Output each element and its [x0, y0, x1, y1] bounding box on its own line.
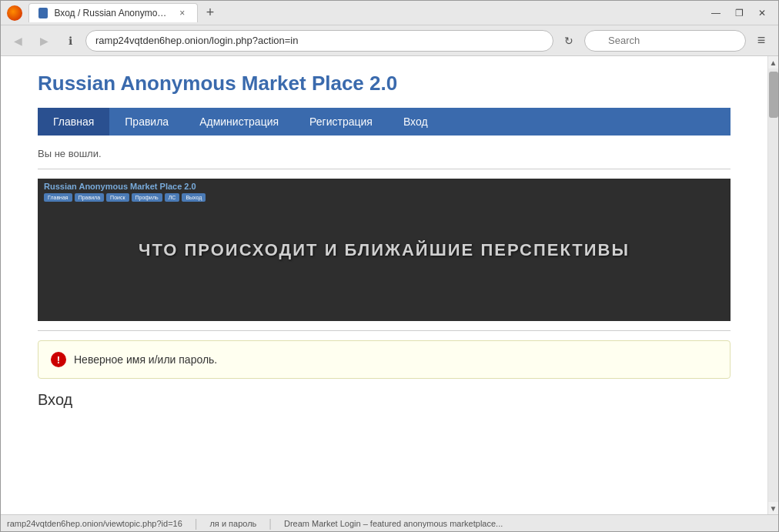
back-button[interactable]: ◀ — [7, 30, 28, 52]
navigation-bar: ◀ ▶ ℹ ↻ 🔍 ≡ — [1, 25, 778, 56]
page-inner: Russian Anonymous Market Place 2.0 Главн… — [15, 56, 754, 430]
page-content: Russian Anonymous Market Place 2.0 Главн… — [1, 56, 767, 514]
announcement-overlay: ЧТО ПРОИСХОДИТ И БЛИЖАЙШИЕ ПЕРСПЕКТИВЫ — [38, 179, 731, 321]
scroll-thumb[interactable] — [769, 72, 778, 118]
logged-out-message: Вы не вошли. — [38, 148, 731, 159]
search-container: 🔍 — [584, 30, 746, 52]
refresh-button[interactable]: ↻ — [558, 30, 580, 52]
nav-menu-item-login[interactable]: Вход — [388, 108, 443, 136]
announcement-banner: Russian Anonymous Market Place 2.0 Главн… — [38, 179, 731, 321]
new-tab-button[interactable]: + — [199, 2, 221, 24]
tab-close-button[interactable]: × — [177, 7, 188, 19]
error-message: Неверное имя и/или пароль. — [74, 353, 217, 366]
browser-icon — [7, 5, 22, 21]
info-button[interactable]: ℹ — [59, 30, 81, 52]
divider-2 — [38, 330, 731, 331]
forward-button[interactable]: ▶ — [33, 30, 55, 52]
status-separator: | — [195, 517, 198, 530]
scroll-track[interactable] — [768, 69, 778, 502]
minimize-button[interactable]: — — [706, 3, 726, 23]
error-icon: ! — [51, 352, 66, 367]
search-input[interactable] — [584, 30, 746, 52]
window-controls: — ❐ ✕ — [706, 3, 772, 23]
error-box: ! Неверное имя и/или пароль. — [38, 340, 731, 379]
announcement-heading: ЧТО ПРОИСХОДИТ И БЛИЖАЙШИЕ ПЕРСПЕКТИВЫ — [139, 240, 630, 260]
scrollbar-vertical[interactable]: ▲ ▼ — [767, 56, 778, 514]
tab-title: Вход / Russian Anonymous M... — [54, 8, 170, 18]
tab-favicon — [38, 8, 48, 18]
tab-area: Вход / Russian Anonymous M... × + — [28, 2, 221, 24]
nav-menu-item-register[interactable]: Регистрация — [294, 108, 388, 136]
scroll-down-button[interactable]: ▼ — [768, 502, 779, 514]
browser-content-area: Russian Anonymous Market Place 2.0 Главн… — [1, 56, 778, 514]
status-text-2: Dream Market Login – featured anonymous … — [284, 519, 503, 528]
status-text-1: ля и пароль — [209, 519, 256, 528]
nav-menu-item-admin[interactable]: Администрация — [184, 108, 294, 136]
browser-window: Вход / Russian Anonymous M... × + — ❐ ✕ … — [0, 0, 779, 532]
status-separator-2: | — [269, 517, 272, 530]
divider-1 — [38, 169, 731, 169]
title-bar: Вход / Russian Anonymous M... × + — ❐ ✕ — [1, 1, 778, 25]
scroll-up-button[interactable]: ▲ — [768, 56, 779, 69]
nav-menu: Главная Правила Администрация Регистраци… — [38, 108, 731, 136]
title-bar-left: Вход / Russian Anonymous M... × + — [7, 2, 221, 24]
menu-button[interactable]: ≡ — [751, 30, 772, 52]
nav-menu-item-rules[interactable]: Правила — [109, 108, 184, 136]
status-url: ramp24vqtden6hep.onion/viewtopic.php?id=… — [7, 519, 182, 528]
active-tab[interactable]: Вход / Russian Anonymous M... × — [28, 3, 198, 22]
close-button[interactable]: ✕ — [752, 3, 772, 23]
restore-button[interactable]: ❐ — [729, 3, 749, 23]
site-title: Russian Anonymous Market Place 2.0 — [38, 72, 731, 95]
nav-menu-item-home[interactable]: Главная — [38, 108, 109, 136]
status-bar: ramp24vqtden6hep.onion/viewtopic.php?id=… — [1, 514, 778, 531]
address-bar[interactable] — [85, 30, 553, 52]
login-heading: Вход — [38, 391, 731, 409]
